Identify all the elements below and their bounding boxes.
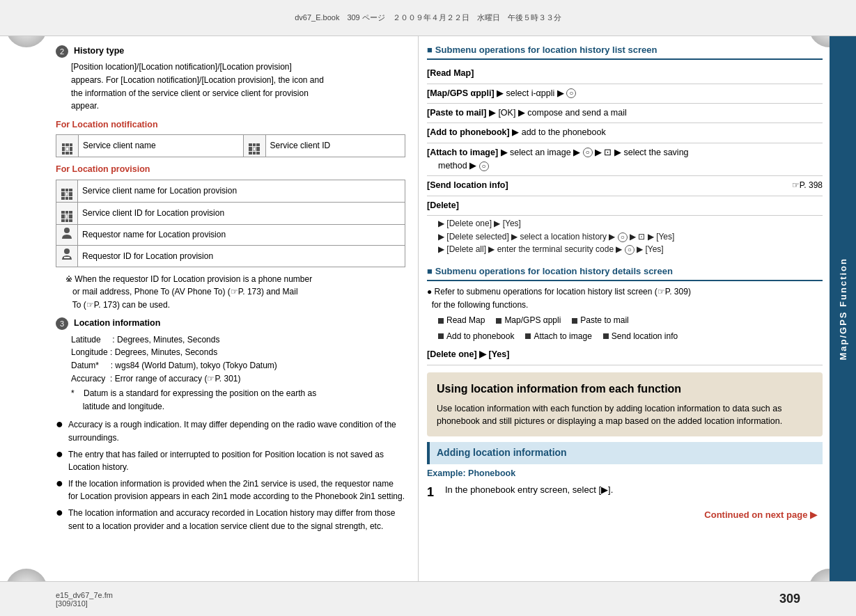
- mini-sq-1: [438, 318, 444, 324]
- menu-label-send-location: [Send location info]: [427, 180, 508, 190]
- mini-sq-2: [496, 318, 501, 324]
- menu-sub-attach-image: ▶ select an image ▶ ○ ▶ ⊡ ▶ select the s…: [501, 148, 689, 157]
- notification-table: Service client name Service client ID: [56, 134, 405, 157]
- provision-row-4: Requestor ID for Location provision: [56, 246, 405, 267]
- example-label: Example: Phonebook: [427, 467, 823, 480]
- sidebar-label: Map/GPS Function: [830, 36, 856, 581]
- adding-location-section: Adding location information: [427, 442, 823, 464]
- step-1-text: In the phonebook entry screen, select [▶…: [445, 483, 613, 497]
- menu-item-paste-mail: [Paste to mail] ▶ [OK] ▶ compose and sen…: [427, 104, 823, 123]
- mini-item-send-location: Send location info: [603, 330, 678, 343]
- provision-table: Service client name for Location provisi…: [56, 180, 405, 267]
- bullet-icon-1: ●: [56, 418, 65, 430]
- continued-text: Continued on next page ▶: [427, 508, 823, 522]
- step-1-number: 1: [427, 483, 441, 503]
- submenu2-title: Submenu operations for location history …: [427, 264, 823, 281]
- provision-text-2: Service client ID for Location provision: [78, 202, 405, 224]
- history-type-label: History type: [74, 45, 124, 58]
- submenu1-title: Submenu operations for location history …: [427, 43, 823, 60]
- notification-icon-cell: [56, 135, 79, 157]
- person-id-icon: [61, 248, 73, 260]
- note-item-4: ● The location information and accuracy …: [56, 507, 405, 532]
- mini-label-1: Read Map: [446, 314, 485, 327]
- menu-sub-paste-mail: ▶ [OK] ▶ compose and send a mail: [489, 108, 627, 118]
- mini-item-read-map: Read Map: [438, 314, 485, 327]
- notice-star: ※ When the requestor ID for Location pro…: [56, 273, 405, 312]
- location-info-section: 3 Location information Latitude : Degree…: [56, 317, 405, 413]
- header-text: dv67_E.book 309 ページ ２００９年４月２２日 水曜日 午後５時３…: [295, 13, 561, 23]
- for-location-notification-label: For Location notification: [56, 118, 405, 132]
- menu-item-attach-image: [Attach to image] ▶ select an image ▶ ○ …: [427, 143, 823, 177]
- bullet-icon-4: ●: [56, 506, 65, 519]
- menu-label-read-map: [Read Map]: [427, 68, 474, 78]
- mini-item-paste-mail: Paste to mail: [572, 314, 628, 327]
- provision-icon-3: [56, 224, 78, 246]
- svg-point-0: [64, 228, 70, 233]
- bullet-notes: ● Accuracy is a rough indication. It may…: [56, 418, 405, 532]
- mini-sq-5: [525, 333, 531, 339]
- submenu2-delete-row: [Delete one] ▶ [Yes]: [427, 345, 823, 365]
- provision-icon-1: [56, 180, 78, 202]
- note-text-3: If the location information is provided …: [68, 477, 405, 503]
- menu-label-delete: [Delete]: [427, 200, 459, 210]
- notification-row: Service client name Service client ID: [56, 135, 405, 157]
- footer-left: e15_dv67_7e.fm [309/310]: [56, 591, 113, 608]
- grid-icon2: [249, 143, 260, 155]
- using-box-desc: Use location information with each funct…: [437, 402, 813, 429]
- grid-icon: [62, 143, 73, 155]
- menu-label-attach-image: [Attach to image]: [427, 148, 498, 157]
- left-column: 2 History type [Position location]/[Loca…: [0, 36, 418, 581]
- page-number: 309: [779, 592, 800, 606]
- adding-location-label: Adding location information: [437, 447, 567, 458]
- history-type-section: 2 History type [Position location]/[Loca…: [56, 45, 405, 113]
- bullet-icon-2: ●: [56, 448, 65, 460]
- menu-label-paste-mail: [Paste to mail]: [427, 108, 486, 118]
- menu-item-send-location: [Send location info] ☞P. 398: [427, 176, 823, 196]
- menu-item-delete: [Delete]: [427, 196, 823, 216]
- menu-item-map-gps: [Map/GPS αppli] ▶ select i-αppli ▶ ○: [427, 84, 823, 104]
- delete-sub-2: ▶ [Delete selected] ▶ select a location …: [427, 230, 823, 244]
- using-box-title: Using location information from each fun…: [437, 381, 813, 398]
- mini-label-6: Send location info: [612, 330, 678, 343]
- svg-rect-2: [64, 257, 70, 258]
- note-text-4: The location information and accuracy re…: [68, 507, 405, 532]
- provision-text-3: Requestor name for Location provision: [78, 224, 405, 246]
- menu-item-add-phonebook: [Add to phonebook] ▶ add to the phoneboo…: [427, 123, 823, 143]
- delete-sub-1: ▶ [Delete one] ▶ [Yes]: [427, 217, 823, 230]
- provision-text-1: Service client name for Location provisi…: [78, 180, 405, 202]
- bullet-icon-3: ●: [56, 477, 65, 489]
- delete-sub-3: ▶ [Delete all] ▶ enter the terminal secu…: [427, 243, 823, 256]
- mini-sq-6: [603, 333, 609, 339]
- menu-label-map-gps: [Map/GPS αppli]: [427, 88, 495, 98]
- mini-sq-3: [572, 318, 577, 324]
- history-type-number: 2: [56, 45, 68, 58]
- menu-sub-attach-image2: method ▶ ○: [427, 161, 489, 171]
- location-info-number: 3: [56, 317, 68, 330]
- note-text-2: The entry that has failed or interrupted…: [68, 448, 405, 474]
- right-column: Submenu operations for location history …: [418, 36, 830, 581]
- submenu2-delete-label: [Delete one] ▶ [Yes]: [427, 349, 509, 359]
- menu-sub-map-gps: ▶ select i-αppli ▶ ○: [497, 88, 576, 98]
- notification-icon-cell2: [243, 135, 265, 157]
- using-location-box: Using location information from each fun…: [427, 372, 823, 436]
- sidebar-text: Map/GPS Function: [838, 258, 848, 361]
- for-location-provision-block: For Location provision Service client na…: [56, 163, 405, 267]
- mini-item-map-gps: Map/GPS αppli: [496, 314, 561, 327]
- for-location-provision-label: For Location provision: [56, 163, 405, 176]
- mini-label-2: Map/GPS αppli: [504, 314, 561, 327]
- mini-sq-4: [438, 333, 444, 339]
- note-item-1: ● Accuracy is a rough indication. It may…: [56, 418, 405, 444]
- for-location-notification-block: For Location notification Service client…: [56, 118, 405, 157]
- location-info-label: Location information: [74, 317, 160, 330]
- menu-sub-add-phonebook: ▶ add to the phonebook: [512, 127, 605, 137]
- datum-note: * Datum is a standard for expressing the…: [56, 387, 405, 413]
- provision-icon-2: [56, 202, 78, 224]
- footer-bar: e15_dv67_7e.fm [309/310] 309: [0, 581, 856, 616]
- mini-item-add-phonebook: Add to phonebook: [438, 330, 514, 343]
- header-bar: dv67_E.book 309 ページ ２００９年４月２２日 水曜日 午後５時３…: [0, 0, 856, 36]
- note-item-3: ● If the location information is provide…: [56, 477, 405, 503]
- notification-col1: Service client name: [79, 135, 244, 157]
- note-text-1: Accuracy is a rough indication. It may d…: [68, 418, 405, 444]
- mini-bullets-2: Add to phonebook Attach to image Send lo…: [438, 330, 823, 343]
- mini-bullets-1: Read Map Map/GPS αppli Paste to mail: [438, 314, 823, 327]
